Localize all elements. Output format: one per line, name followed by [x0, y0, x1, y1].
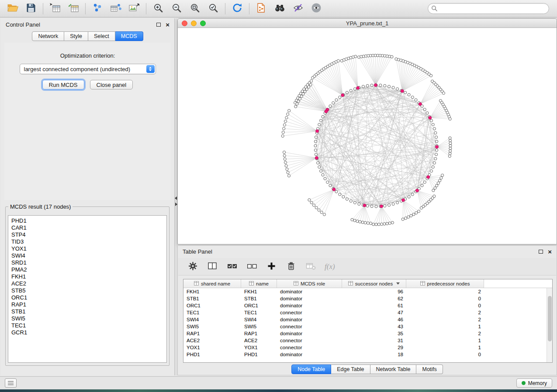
collapse-left-icon[interactable]	[175, 196, 177, 200]
close-panel-button[interactable]: Close panel	[90, 80, 133, 89]
mcds-result-item[interactable]: YOX1	[11, 245, 163, 252]
table-cell: FKH1	[183, 288, 241, 295]
search-input[interactable]	[428, 3, 549, 14]
mcds-result-item[interactable]: RAP1	[11, 301, 163, 308]
column-header-name[interactable]: name	[241, 279, 277, 288]
save-session-button[interactable]	[22, 1, 40, 16]
close-panel-icon[interactable]: ×	[548, 248, 552, 255]
show-details-button[interactable]	[307, 1, 325, 16]
mcds-result-item[interactable]: SRD1	[11, 259, 163, 266]
mcds-result-item[interactable]: PMA2	[11, 266, 163, 273]
mcds-result-item[interactable]: STP4	[11, 231, 163, 238]
table-row[interactable]: YOX1YOX1connector291	[183, 344, 552, 351]
zoom-fit-button[interactable]	[186, 1, 204, 16]
zoom-in-button[interactable]	[149, 1, 167, 16]
import-table-file-icon	[49, 3, 61, 14]
control-panel-header[interactable]: Control Panel ×	[1, 18, 174, 31]
table-row[interactable]: PHD1PHD1dominator180	[183, 351, 552, 358]
float-panel-icon[interactable]	[539, 250, 543, 254]
delete-table-button-disabled	[305, 261, 316, 272]
table-cell: 46	[342, 316, 406, 323]
table-row[interactable]: SWI4SWI4dominator462	[183, 316, 552, 323]
export-image-button[interactable]	[125, 1, 143, 16]
run-mcds-button[interactable]: Run MCDS	[42, 80, 84, 89]
select-all-button[interactable]	[226, 261, 238, 272]
mcds-result-item[interactable]: SWI5	[11, 315, 163, 322]
mcds-result-item[interactable]: ACE2	[11, 280, 163, 287]
network-window-titlebar[interactable]: YPA_prune.txt_1	[178, 19, 557, 28]
mcds-result-item[interactable]: CAR1	[11, 224, 163, 231]
open-session-button[interactable]	[3, 1, 22, 16]
mcds-result-item[interactable]: TID3	[11, 238, 163, 245]
table-row[interactable]: TEC1TEC1connector472	[183, 309, 552, 316]
column-header-predecessor-nodes[interactable]: predecessor nodes	[406, 279, 484, 288]
show-columns-button[interactable]	[207, 261, 218, 272]
import-network-file-button[interactable]	[88, 1, 107, 16]
mcds-result-item[interactable]: SWI4	[11, 252, 163, 259]
float-panel-icon[interactable]	[156, 23, 161, 27]
zoom-out-button[interactable]	[167, 1, 186, 16]
table-scrollbar[interactable]	[547, 288, 552, 362]
mcds-result-item[interactable]: TEC1	[11, 322, 163, 329]
tab-style[interactable]: Style	[64, 31, 88, 41]
tab-edge-table[interactable]: Edge Table	[331, 364, 370, 374]
zoom-selected-button[interactable]	[204, 1, 222, 16]
window-minimize-button[interactable]	[191, 21, 197, 26]
table-panel-title: Table Panel	[183, 248, 212, 255]
import-network-table-button[interactable]	[107, 1, 125, 16]
network-canvas[interactable]	[178, 28, 557, 244]
table-cell: PHD1	[241, 351, 277, 358]
tab-network-table[interactable]: Network Table	[370, 364, 417, 374]
column-header-MCDS-role[interactable]: MCDS role	[277, 279, 342, 288]
tab-mcds[interactable]: MCDS	[115, 31, 143, 41]
mcds-result-item[interactable]: STB1	[11, 308, 163, 315]
table-cell: dominator	[277, 351, 342, 358]
mcds-result-item[interactable]: GCR1	[11, 329, 163, 336]
table-row[interactable]: FKH1FKH1dominator962	[183, 288, 552, 295]
tab-network[interactable]: Network	[32, 31, 64, 41]
window-maximize-button[interactable]	[200, 21, 206, 26]
table-cell: SWI5	[183, 323, 241, 330]
criterion-dropdown[interactable]: largest connected component (undirected)	[20, 64, 156, 74]
delete-row-button[interactable]	[285, 261, 297, 272]
table-row[interactable]: SWI5SWI5connector431	[183, 323, 552, 330]
import-table-button[interactable]	[64, 1, 83, 16]
window-close-button[interactable]	[182, 21, 187, 26]
table-row[interactable]: ACE2ACE2connector311	[183, 337, 552, 344]
table-row[interactable]: STB1STB1dominator620	[183, 295, 552, 302]
tab-motifs[interactable]: Motifs	[416, 364, 443, 374]
trash-icon	[287, 261, 296, 272]
tab-node-table[interactable]: Node Table	[291, 364, 331, 374]
table-toolbar: f(x)	[178, 258, 556, 275]
table-settings-button[interactable]	[187, 261, 198, 272]
table-row[interactable]: ORC1ORC1dominator610	[183, 302, 552, 309]
table-cell: STB1	[241, 295, 277, 302]
table-panel-header[interactable]: Table Panel ×	[178, 246, 557, 257]
memory-button[interactable]: Memory	[516, 378, 552, 388]
memory-status-dot	[522, 381, 526, 385]
close-panel-icon[interactable]: ×	[166, 21, 170, 28]
table-cell: 62	[342, 295, 406, 302]
table-cell: SWI4	[241, 316, 277, 323]
network-nodes-icon	[92, 3, 103, 14]
search-network-button[interactable]	[270, 1, 289, 16]
column-header-successor-nodes[interactable]: successor nodes	[342, 279, 406, 288]
tab-select[interactable]: Select	[88, 31, 115, 41]
unselect-all-button[interactable]	[246, 261, 257, 272]
table-row[interactable]: RAP1RAP1dominator352	[183, 330, 552, 337]
import-table-file-button[interactable]	[46, 1, 64, 16]
hide-details-button[interactable]	[289, 1, 307, 16]
task-history-button[interactable]	[5, 378, 17, 388]
table-cell: 35	[342, 330, 406, 337]
mcds-result-list[interactable]: PHD1CAR1STP4TID3YOX1SWI4SRD1PMA2FKH1ACE2…	[8, 215, 167, 363]
mcds-result-item[interactable]: STB5	[11, 287, 163, 294]
scrollbar-thumb[interactable]	[548, 296, 552, 341]
column-header-shared-name[interactable]: shared name	[183, 279, 241, 288]
apply-layout-button[interactable]	[228, 1, 246, 16]
mcds-result-item[interactable]: PHD1	[11, 217, 163, 224]
add-function-row-button[interactable]	[266, 261, 277, 272]
mcds-result-item[interactable]: ORC1	[11, 294, 163, 301]
share-document-button[interactable]	[252, 1, 270, 16]
mcds-result-item[interactable]: FKH1	[11, 273, 163, 280]
table-delete-icon	[306, 262, 316, 272]
